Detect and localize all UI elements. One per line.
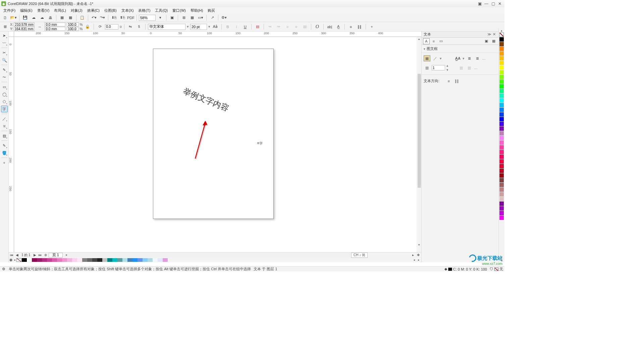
text-vert-icon[interactable]: ‖‖ bbox=[356, 23, 363, 31]
color-swatch[interactable] bbox=[499, 103, 504, 107]
color-swatch[interactable] bbox=[52, 258, 57, 262]
effects-tool-icon[interactable]: ▨▸ bbox=[1, 132, 8, 139]
color-swatch[interactable] bbox=[499, 155, 504, 159]
docker-close-icon[interactable]: ✕ bbox=[492, 32, 496, 37]
color-swatch[interactable] bbox=[499, 89, 504, 93]
horizontal-scrollbar[interactable]: ◂ ▸ bbox=[65, 253, 358, 257]
palette-up-icon[interactable]: ▴ bbox=[501, 29, 502, 32]
grid-icon[interactable]: ▦ bbox=[189, 14, 196, 21]
color-swatch[interactable] bbox=[499, 216, 504, 220]
mirror-h-icon[interactable]: ⇋ bbox=[127, 23, 134, 31]
crop-tool-icon[interactable]: ✂▸ bbox=[1, 49, 8, 56]
new-icon[interactable]: 🗋 bbox=[1, 14, 9, 21]
color-swatch[interactable] bbox=[92, 258, 97, 262]
dir-vert-icon[interactable]: ‖‖ bbox=[453, 78, 460, 84]
fit-text-icon[interactable]: A̲A bbox=[454, 55, 461, 61]
menu-object[interactable]: 对象(J) bbox=[69, 8, 85, 13]
bold-icon[interactable]: B bbox=[224, 23, 231, 31]
open-icon[interactable]: 📂▾ bbox=[10, 14, 17, 21]
ellipse-tool-icon[interactable]: ◯▸ bbox=[1, 91, 8, 98]
size-h[interactable] bbox=[45, 27, 65, 31]
eyedropper-tool-icon[interactable]: ✎▸ bbox=[1, 142, 8, 149]
guides-icon[interactable]: ▭▾ bbox=[197, 14, 204, 21]
menu-window[interactable]: 窗口(W) bbox=[170, 8, 188, 13]
menu-text[interactable]: 文本(X) bbox=[119, 8, 136, 13]
settings-icon[interactable]: ▣ bbox=[476, 1, 483, 6]
indent-dec-icon[interactable]: ≡ bbox=[284, 23, 291, 31]
docker-collapse-icon[interactable]: ≫ bbox=[487, 32, 492, 37]
no-color-swatch-v[interactable] bbox=[499, 33, 504, 37]
color-swatch[interactable] bbox=[499, 164, 504, 168]
color-swatch[interactable] bbox=[47, 258, 52, 262]
color-swatch[interactable] bbox=[158, 258, 163, 262]
menu-help[interactable]: 帮助(H) bbox=[189, 8, 205, 13]
color-swatch[interactable] bbox=[143, 258, 148, 262]
dir-horiz-icon[interactable]: ≡ bbox=[445, 78, 452, 84]
import-icon[interactable]: ⬇⎘ bbox=[110, 14, 118, 21]
columns-count[interactable] bbox=[432, 65, 445, 70]
text-frame-icon[interactable]: ▤ bbox=[254, 23, 261, 31]
color-swatch[interactable] bbox=[499, 178, 504, 182]
ime-indicator[interactable]: CH ♪ 简 bbox=[351, 252, 368, 258]
canvas[interactable]: 举例文字内容 +字 ▴ ▾ bbox=[14, 37, 421, 252]
save-icon[interactable]: 💾 bbox=[21, 14, 29, 21]
pos-y[interactable] bbox=[14, 27, 35, 31]
fullscreen-icon[interactable]: ▣ bbox=[168, 14, 176, 21]
fill-tool-icon[interactable]: 🪣▸ bbox=[1, 150, 8, 156]
menu-tools[interactable]: 工具(Q) bbox=[153, 8, 170, 13]
maximize-icon[interactable]: ▢ bbox=[490, 1, 496, 6]
color-swatch[interactable] bbox=[499, 47, 504, 51]
text-props-icon[interactable]: A̲ bbox=[335, 23, 342, 31]
copy-icon[interactable]: ▦ bbox=[67, 14, 74, 21]
scroll-up-icon[interactable]: ▴ bbox=[417, 37, 421, 41]
frame-type2-icon[interactable]: ／ bbox=[432, 55, 438, 61]
menu-view[interactable]: 查看(V) bbox=[35, 8, 52, 13]
color-swatch[interactable] bbox=[499, 211, 504, 215]
color-swatch[interactable] bbox=[499, 51, 504, 56]
color-swatch[interactable] bbox=[62, 258, 67, 262]
palette-left-icon[interactable]: ◂ bbox=[12, 258, 16, 262]
scroll-thumb[interactable] bbox=[418, 74, 421, 188]
options-icon[interactable]: ⚙▾ bbox=[220, 14, 228, 21]
color-swatch[interactable] bbox=[499, 65, 504, 70]
color-swatch[interactable] bbox=[153, 258, 158, 262]
color-swatch[interactable] bbox=[499, 37, 504, 42]
font-family[interactable] bbox=[148, 24, 185, 30]
color-swatch[interactable] bbox=[27, 258, 32, 262]
page-last-icon[interactable]: ⏭ bbox=[38, 253, 43, 257]
menu-buy[interactable]: 购买 bbox=[206, 8, 217, 13]
columns-icon[interactable]: ▥ bbox=[424, 65, 430, 71]
col-gutter-icon[interactable]: ▥ bbox=[458, 65, 465, 71]
size-w[interactable] bbox=[45, 22, 65, 26]
list-bullet-icon[interactable]: ≔ bbox=[266, 23, 274, 31]
menu-edit[interactable]: 编辑(E) bbox=[18, 8, 35, 13]
color-swatch[interactable] bbox=[102, 258, 107, 262]
color-swatch[interactable] bbox=[42, 258, 47, 262]
pdf-icon[interactable]: PDF bbox=[127, 14, 135, 21]
close-icon[interactable]: ✕ bbox=[496, 1, 503, 6]
palette-right-icon[interactable]: ▸ bbox=[413, 258, 417, 262]
color-swatch[interactable] bbox=[163, 258, 168, 262]
docker-newwin-icon[interactable]: ▣ bbox=[483, 38, 490, 44]
menu-effect[interactable]: 效果(C) bbox=[85, 8, 102, 13]
shape-tool-icon[interactable]: 〰▸ bbox=[1, 40, 8, 46]
color-swatch[interactable] bbox=[499, 169, 504, 173]
freehand-tool-icon[interactable]: ✎▸ bbox=[1, 66, 8, 73]
pos-x[interactable] bbox=[14, 22, 35, 26]
ruler-vertical[interactable]: 0 50 100 150 200 250 bbox=[9, 37, 14, 252]
no-color-swatch[interactable] bbox=[16, 258, 21, 262]
nav-panner-icon[interactable]: ✥ bbox=[416, 253, 421, 257]
vertical-scrollbar[interactable]: ▴ ▾ bbox=[417, 37, 421, 252]
scale-x[interactable] bbox=[67, 22, 79, 26]
text-tool-icon[interactable]: 字 bbox=[1, 106, 8, 112]
color-swatch[interactable] bbox=[67, 258, 72, 262]
color-swatch[interactable] bbox=[117, 258, 122, 262]
nav-end-icon[interactable]: ▸ bbox=[411, 253, 415, 257]
minimize-icon[interactable]: — bbox=[483, 1, 490, 6]
underline-icon[interactable]: U bbox=[241, 23, 249, 31]
color-swatch[interactable] bbox=[82, 258, 87, 262]
color-swatch[interactable] bbox=[77, 258, 82, 262]
frame-section-title[interactable]: 图文框 bbox=[424, 46, 496, 51]
menu-table[interactable]: 表格(T) bbox=[136, 8, 152, 13]
color-swatch[interactable] bbox=[499, 201, 504, 206]
